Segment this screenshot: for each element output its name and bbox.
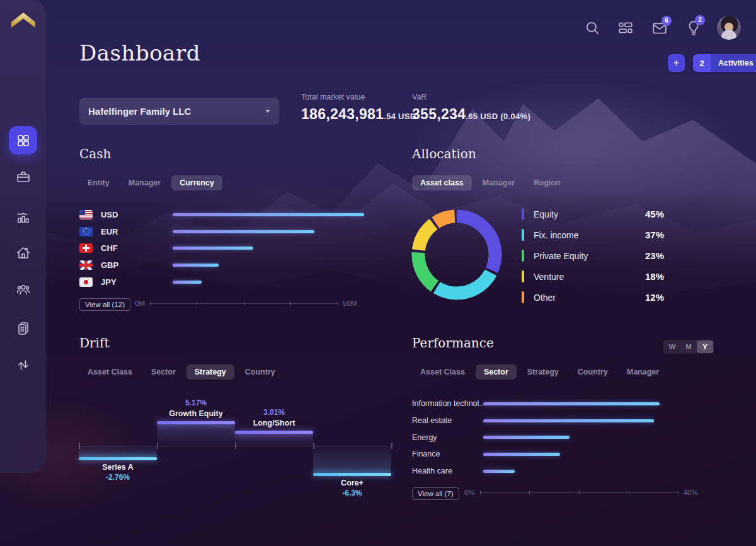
axis-min: 0M bbox=[135, 299, 145, 307]
drift-bar bbox=[235, 432, 313, 446]
sector-label: Energy bbox=[412, 433, 483, 442]
drift-bar bbox=[79, 446, 157, 458]
legend-color bbox=[522, 291, 524, 303]
gold-chevron-icon bbox=[11, 13, 35, 28]
performance-row: Energy bbox=[412, 429, 693, 446]
axis-tick bbox=[150, 301, 151, 306]
activities-button[interactable]: 2 Activities bbox=[693, 54, 756, 72]
cash-bar bbox=[173, 230, 314, 233]
sidebar-item-briefcase[interactable] bbox=[9, 163, 37, 191]
page-title: Dashboard bbox=[79, 40, 200, 66]
legend-item: Equity45% bbox=[522, 204, 664, 224]
performance-view-all-button[interactable]: View all (7) bbox=[412, 487, 459, 500]
period-y[interactable]: Y bbox=[697, 340, 713, 353]
drift-bar-value: -6.3% bbox=[313, 489, 391, 497]
drift-bar-value: 3.01% bbox=[235, 408, 313, 417]
baseline-tick bbox=[391, 443, 392, 449]
performance-bar bbox=[483, 436, 570, 439]
briefcase-icon bbox=[16, 170, 31, 185]
search-icon bbox=[584, 20, 600, 36]
legend-label: Private Equity bbox=[534, 251, 645, 261]
period-m[interactable]: M bbox=[680, 340, 697, 353]
legend-color bbox=[522, 270, 524, 282]
period-w[interactable]: W bbox=[664, 340, 680, 353]
drift-bar-edge bbox=[313, 473, 391, 476]
sidebar-item-transfers[interactable] bbox=[9, 351, 37, 379]
performance-row: Finance bbox=[412, 446, 693, 463]
drift-tab-asset-class[interactable]: Asset Class bbox=[79, 364, 140, 380]
cash-tab-currency[interactable]: Currency bbox=[171, 175, 222, 190]
sidebar-item-home[interactable] bbox=[9, 238, 37, 267]
cash-tabs: EntityManagerCurrency bbox=[79, 175, 222, 190]
performance-tab-strategy[interactable]: Strategy bbox=[519, 364, 567, 380]
cash-view-all-button[interactable]: View all (12) bbox=[79, 298, 130, 311]
cash-row-gbp: GBP bbox=[79, 257, 364, 274]
cash-bar bbox=[173, 281, 202, 284]
account-name: Hafelfinger Family LLC bbox=[88, 106, 265, 117]
axis-tick bbox=[529, 491, 530, 495]
sidebar-item-analytics-chart[interactable] bbox=[9, 203, 37, 231]
stat-label: Total market value bbox=[301, 93, 416, 102]
cash-row-chf: CHF bbox=[79, 240, 364, 257]
messages-button[interactable]: 6 bbox=[651, 20, 668, 37]
activities-row: + 2 Activities bbox=[668, 54, 756, 72]
allocation-tab-asset-class[interactable]: Asset class bbox=[412, 175, 472, 190]
period-toggle: WMY bbox=[663, 340, 714, 354]
currency-code: JPY bbox=[101, 277, 130, 287]
cash-panel: Cash EntityManagerCurrency USDEURCHFGBPJ… bbox=[79, 146, 373, 317]
drift-title: Drift bbox=[79, 335, 394, 351]
performance-tab-manager[interactable]: Manager bbox=[619, 364, 667, 380]
drift-bar-name: Core+ bbox=[313, 479, 391, 487]
cash-title: Cash bbox=[79, 146, 373, 161]
cash-tab-entity[interactable]: Entity bbox=[79, 175, 118, 190]
messages-badge: 6 bbox=[662, 16, 672, 26]
clients-icon bbox=[16, 282, 31, 297]
apps-button[interactable] bbox=[617, 20, 634, 36]
flag-jp-icon bbox=[79, 277, 93, 287]
sidebar-item-dashboard-grid[interactable] bbox=[9, 126, 37, 154]
axis-tick bbox=[629, 491, 629, 495]
sector-label: Health care bbox=[412, 467, 483, 475]
allocation-tab-region[interactable]: Region bbox=[525, 175, 568, 190]
performance-tab-sector[interactable]: Sector bbox=[476, 364, 517, 380]
drift-tab-sector[interactable]: Sector bbox=[143, 364, 184, 380]
performance-row: Real estate bbox=[412, 412, 693, 429]
bar-track bbox=[173, 230, 364, 233]
performance-tab-asset-class[interactable]: Asset Class bbox=[412, 364, 473, 380]
drift-tab-country[interactable]: Country bbox=[237, 364, 284, 380]
legend-item: Private Equity23% bbox=[522, 245, 664, 266]
sidebar-item-clients[interactable] bbox=[9, 275, 37, 303]
axis-tick bbox=[290, 301, 291, 306]
currency-code: USD bbox=[101, 210, 130, 219]
cash-bar bbox=[173, 247, 253, 250]
drift-bar bbox=[157, 422, 235, 446]
drift-bar-edge bbox=[79, 457, 157, 460]
drift-tab-strategy[interactable]: Strategy bbox=[186, 364, 234, 380]
cash-tab-manager[interactable]: Manager bbox=[120, 175, 169, 190]
sidebar-item-documents[interactable] bbox=[9, 314, 37, 342]
axis-max: 50M bbox=[343, 299, 357, 307]
cash-row-jpy: JPY bbox=[79, 274, 364, 291]
bar-track bbox=[173, 264, 364, 267]
account-selector[interactable]: Hafelfinger Family LLC bbox=[79, 98, 279, 125]
dashboard-page: 6 2 Dashboard + 2 Activities Hafelfinger… bbox=[0, 0, 756, 546]
search-button[interactable] bbox=[584, 20, 600, 36]
performance-bar bbox=[483, 419, 654, 422]
allocation-title: Allocation bbox=[412, 146, 689, 161]
add-button[interactable]: + bbox=[668, 54, 685, 72]
allocation-panel: Allocation Asset classManagerRegion Equi… bbox=[412, 146, 689, 317]
documents-icon bbox=[16, 321, 31, 336]
axis-line bbox=[150, 303, 338, 304]
performance-tabs: Asset ClassSectorStrategyCountryManager bbox=[412, 364, 667, 380]
cash-rows: USDEURCHFGBPJPY bbox=[79, 206, 364, 290]
axis-max: 40% bbox=[684, 489, 698, 496]
brand-logo[interactable] bbox=[11, 13, 35, 30]
performance-tab-country[interactable]: Country bbox=[570, 364, 616, 380]
avatar[interactable] bbox=[717, 16, 741, 40]
allocation-tab-manager[interactable]: Manager bbox=[474, 175, 523, 190]
drift-bar-edge bbox=[157, 421, 235, 424]
stat-value: 186,243,981 bbox=[301, 106, 384, 122]
ideas-button[interactable]: 2 bbox=[685, 20, 702, 36]
legend-percent: 23% bbox=[645, 250, 664, 261]
legend-percent: 37% bbox=[645, 229, 664, 240]
